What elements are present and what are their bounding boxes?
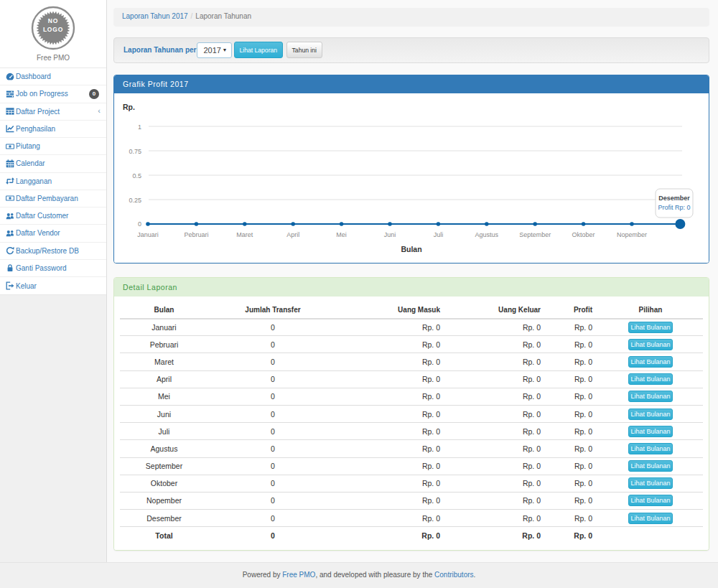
svg-text:0.5: 0.5	[132, 172, 141, 179]
svg-text:Desember: Desember	[658, 195, 690, 202]
svg-text:Maret: Maret	[236, 231, 253, 238]
svg-text:Rp.: Rp.	[123, 103, 135, 111]
svg-text:Juni: Juni	[384, 231, 396, 238]
svg-text:Agustus: Agustus	[475, 231, 499, 238]
svg-text:Januari: Januari	[137, 231, 159, 238]
svg-text:0: 0	[138, 220, 141, 228]
svg-text:LOGO: LOGO	[43, 26, 63, 33]
svg-text:Oktober: Oktober	[572, 231, 595, 238]
svg-text:Juli: Juli	[434, 231, 444, 238]
svg-text:0.25: 0.25	[129, 197, 141, 204]
svg-text:Bulan: Bulan	[401, 245, 421, 253]
svg-text:Pebruari: Pebruari	[184, 231, 208, 238]
svg-text:April: April	[286, 231, 299, 238]
svg-text:1: 1	[138, 123, 141, 131]
svg-text:September: September	[519, 231, 551, 238]
svg-text:Nopember: Nopember	[617, 231, 647, 238]
svg-text:NO: NO	[48, 17, 58, 24]
svg-text:0.75: 0.75	[129, 148, 141, 155]
svg-text:Profit Rp: 0: Profit Rp: 0	[658, 204, 690, 211]
svg-text:Mei: Mei	[336, 231, 347, 238]
